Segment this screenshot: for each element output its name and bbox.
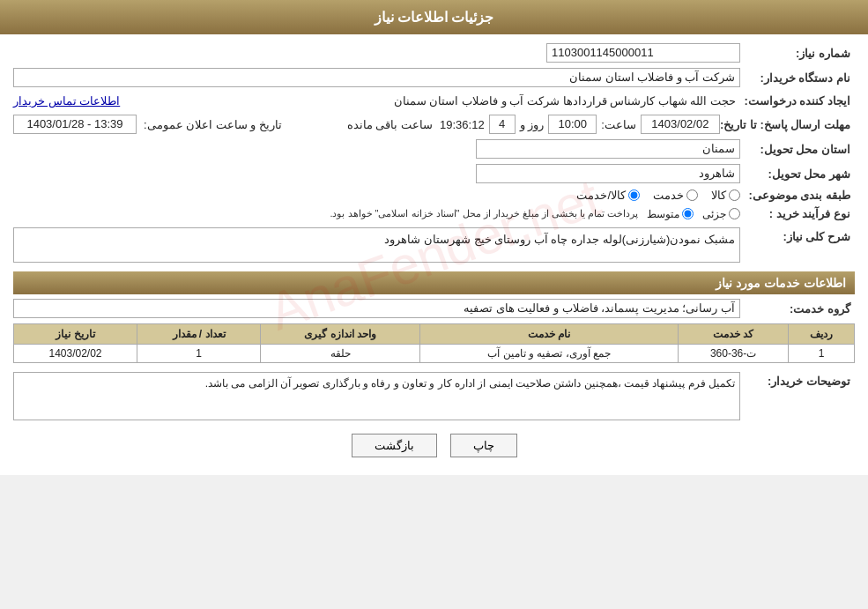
category-khadamat-item: خدمت: [653, 189, 698, 202]
deadline-date: 1403/02/02: [641, 115, 720, 134]
print-button[interactable]: چاپ: [450, 434, 517, 457]
need-number-label: شماره نیاز:: [740, 47, 855, 60]
need-number-value: 1103001145000011: [546, 43, 740, 63]
buyer-org-value: شرکت آب و فاضلاب استان سمنان: [13, 68, 740, 87]
creator-label: ایجاد کننده درخواست:: [740, 94, 855, 108]
deadline-remaining-label: ساعت باقی مانده: [347, 118, 433, 131]
buyer-notes-row: توضیحات خریدار: تکمیل فرم پیشنهاد قیمت ،…: [13, 372, 855, 420]
buyer-notes-label: توضیحات خریدار:: [740, 372, 855, 388]
category-kala-item: کالا: [711, 189, 740, 202]
table-row: 1 ت-36-360 جمع آوری، تصفیه و تامین آب حل…: [14, 345, 855, 363]
deadline-time: 10:00: [548, 115, 597, 134]
category-radio-group: کالا خدمت کالا/خدمت: [576, 189, 740, 202]
proc-jozee-label: جزئی: [702, 208, 726, 220]
category-kala-khadamat-radio[interactable]: [628, 189, 640, 201]
need-desc-value: مشبک نمودن(شیارزنی)لوله جداره چاه آب روس…: [13, 227, 740, 263]
buyer-org-label: نام دستگاه خریدار:: [740, 71, 855, 85]
announce-value: 1403/01/28 - 13:39: [13, 115, 137, 134]
services-section-label: اطلاعات خدمات مورد نیاز: [716, 276, 846, 290]
proc-note: پرداخت تمام یا بخشی از مبلغ خریدار از مح…: [330, 208, 638, 219]
col-date: تاریخ نیاز: [14, 324, 137, 345]
deadline-days-label: روز و: [520, 118, 545, 131]
content-area: AnaFender.net شماره نیاز: 11030011450000…: [0, 34, 868, 475]
category-row: طبقه بندی موضوعی: کالا خدمت کالا/خدمت: [13, 189, 855, 202]
deadline-time-label: ساعت:: [601, 118, 636, 131]
category-kala-khadamat-item: کالا/خدمت: [576, 189, 640, 202]
category-khadamat-label: خدمت: [653, 189, 684, 202]
creator-row: ایجاد کننده درخواست: حجت الله شهاب کارشن…: [13, 93, 855, 109]
proc-type-label: نوع فرآیند خرید :: [740, 207, 855, 220]
col-row-num: ردیف: [789, 324, 855, 345]
page-container: جزئیات اطلاعات نیاز AnaFender.net شماره …: [0, 0, 868, 475]
category-kala-label: کالا: [711, 189, 726, 202]
cell-code: ت-36-360: [678, 345, 788, 363]
deadline-label: مهلت ارسال پاسخ: تا تاریخ:: [720, 118, 855, 131]
cell-date: 1403/02/02: [14, 345, 137, 363]
need-desc-label: شرح کلی نیاز:: [740, 227, 855, 243]
buyer-notes-value: تکمیل فرم پیشنهاد قیمت ،همچنین داشتن صلا…: [13, 372, 740, 420]
proc-jozee-radio[interactable]: [729, 208, 740, 219]
col-name: نام خدمت: [420, 324, 679, 345]
services-section-header: اطلاعات خدمات مورد نیاز: [13, 271, 855, 294]
contact-link[interactable]: اطلاعات تماس خریدار: [13, 94, 120, 108]
city-value: شاهرود: [476, 164, 740, 183]
province-value: سمنان: [476, 139, 740, 159]
proc-motavasset-label: متوسط: [647, 208, 679, 220]
city-label: شهر محل تحویل:: [740, 167, 855, 181]
table-header-row: ردیف کد خدمت نام خدمت واحد اندازه گیری ت…: [14, 324, 855, 345]
service-group-row: گروه خدمت: آب رسانی؛ مدیریت پسماند، فاضل…: [13, 299, 855, 318]
category-kala-radio[interactable]: [729, 189, 740, 201]
category-label: طبقه بندی موضوعی:: [740, 189, 855, 202]
cell-row-num: 1: [789, 345, 855, 363]
deadline-days: 4: [489, 115, 516, 134]
bottom-buttons: چاپ بازگشت: [13, 434, 855, 457]
need-number-row: شماره نیاز: 1103001145000011: [13, 43, 855, 63]
need-desc-row: شرح کلی نیاز: مشبک نمودن(شیارزنی)لوله جد…: [13, 227, 855, 263]
province-label: استان محل تحویل:: [740, 143, 855, 156]
proc-jozee-item: جزئی: [702, 208, 740, 220]
page-title: جزئیات اطلاعات نیاز: [375, 10, 494, 25]
deadline-row: مهلت ارسال پاسخ: تا تاریخ: 1403/02/02 سا…: [13, 115, 855, 134]
deadline-remaining: 19:36:12: [440, 118, 485, 131]
cell-name: جمع آوری، تصفیه و تامین آب: [420, 345, 679, 363]
proc-type-row: نوع فرآیند خرید : جزئی متوسط پرداخت تمام…: [13, 207, 855, 220]
service-group-value: آب رسانی؛ مدیریت پسماند، فاضلاب و فعالیت…: [13, 299, 740, 318]
proc-motavasset-radio[interactable]: [682, 208, 694, 219]
creator-value: حجت الله شهاب کارشناس قراردادها شرکت آب …: [129, 93, 740, 109]
category-khadamat-radio[interactable]: [686, 189, 698, 201]
announce-label: تاریخ و ساعت اعلان عمومی:: [144, 118, 282, 131]
service-group-label: گروه خدمت:: [740, 302, 855, 316]
cell-qty: 1: [137, 345, 261, 363]
col-qty: تعداد / مقدار: [137, 324, 261, 345]
proc-options: جزئی متوسط پرداخت تمام یا بخشی از مبلغ خ…: [13, 208, 740, 220]
page-header: جزئیات اطلاعات نیاز: [0, 0, 868, 34]
buyer-org-row: نام دستگاه خریدار: شرکت آب و فاضلاب استا…: [13, 68, 855, 87]
category-kala-khadamat-label: کالا/خدمت: [576, 189, 626, 202]
col-unit: واحد اندازه گیری: [260, 324, 419, 345]
proc-motavasset-item: متوسط: [647, 208, 694, 220]
cell-unit: حلقه: [260, 345, 419, 363]
city-row: شهر محل تحویل: شاهرود: [13, 164, 855, 183]
col-code: کد خدمت: [678, 324, 788, 345]
services-table: ردیف کد خدمت نام خدمت واحد اندازه گیری ت…: [13, 323, 855, 363]
back-button[interactable]: بازگشت: [352, 434, 437, 457]
province-row: استان محل تحویل: سمنان: [13, 139, 855, 159]
